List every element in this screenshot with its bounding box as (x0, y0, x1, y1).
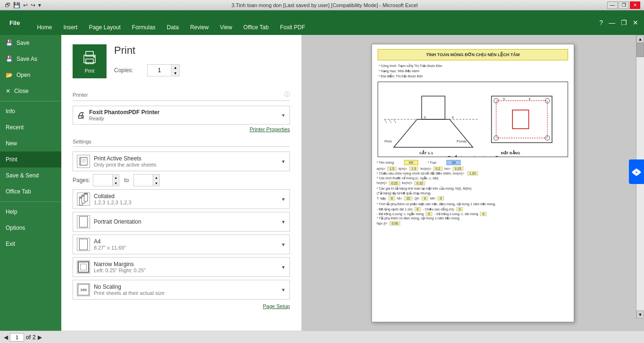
print-icon-button[interactable]: Print (73, 44, 107, 78)
printer-properties-link[interactable]: Printer Properties (73, 126, 290, 132)
sidebar-label-new: New (6, 140, 17, 147)
window-title: 3.Tinh toan mong don [Last saved by user… (42, 2, 607, 8)
dropbox-button[interactable] (629, 159, 644, 184)
pages-to-input[interactable] (134, 175, 153, 186)
svg-line-12 (384, 119, 387, 123)
sidebar-label-officetab: Office Tab (6, 188, 31, 195)
customize-btn[interactable]: ▾ (37, 1, 42, 9)
pages-to-up[interactable]: ▲ (153, 175, 159, 180)
redo-btn[interactable]: ↪ (30, 1, 36, 9)
tab-foxit-pdf[interactable]: Foxit PDF (274, 21, 311, 35)
help-icon[interactable]: ? (597, 18, 605, 27)
sidebar-item-help[interactable]: Help (0, 204, 61, 220)
scroll-up-btn[interactable]: ▲ (636, 35, 644, 43)
paper-setting[interactable]: A4 8.27" x 11.69" ▼ (73, 234, 290, 254)
copies-down-arrow[interactable]: ▼ (172, 70, 179, 76)
orientation-icon (77, 215, 90, 228)
save-quick-btn[interactable]: 💾 (12, 1, 21, 9)
next-page-btn[interactable]: ▶ (38, 334, 42, 341)
scaling-main: No Scaling (94, 284, 277, 290)
pages-from-down[interactable]: ▼ (113, 180, 119, 186)
current-page-input[interactable] (10, 333, 24, 342)
svg-text:CẮT 1-1: CẮT 1-1 (419, 150, 433, 155)
open-icon: 📂 (6, 72, 13, 78)
printer-icon: 🖨 (77, 110, 85, 120)
orientation-setting[interactable]: Portrait Orientation ▼ (73, 212, 290, 232)
ribbon-restore-icon[interactable]: ❐ (619, 18, 629, 27)
ribbon-close-icon[interactable]: ✕ (631, 18, 640, 27)
bc-val: 0.22 (414, 181, 426, 185)
margins-sub: Left: 0.25" Right: 0.25" (94, 268, 277, 273)
tab-formulas[interactable]: Formulas (126, 21, 161, 35)
orientation-main: Portrait Orientation (94, 218, 277, 225)
sidebar-label-info: Info (6, 108, 15, 115)
ribbon-minimize-icon[interactable]: — (607, 18, 617, 27)
margins-icon (77, 260, 90, 274)
tab-home[interactable]: Home (31, 21, 58, 35)
prev-page-btn[interactable]: ◀ (4, 334, 8, 341)
copies-number-input[interactable] (148, 66, 171, 75)
sidebar-item-print[interactable]: Print (0, 151, 61, 167)
close-btn[interactable]: ✕ (630, 1, 640, 9)
info-icon[interactable]: ⓘ (284, 91, 290, 99)
scroll-thumb[interactable] (636, 43, 644, 57)
maximize-btn[interactable]: ❐ (619, 1, 629, 9)
pages-from-up[interactable]: ▲ (113, 175, 119, 180)
tab-insert[interactable]: Insert (58, 21, 83, 35)
sidebar-item-new[interactable]: New (0, 135, 61, 151)
total-pages: 2 (33, 334, 36, 341)
copies-up-arrow[interactable]: ▲ (172, 65, 179, 70)
sidebar-item-recent[interactable]: Recent (0, 119, 61, 135)
sidebar-item-exit[interactable]: Exit (0, 236, 61, 252)
active-sheets-text: Print Active Sheets Only print the activ… (94, 155, 277, 167)
scaling-setting[interactable]: 100 No Scaling Print sheets at their act… (73, 280, 290, 300)
mt-val: 0 (438, 196, 444, 201)
sidebar-item-savesend[interactable]: Save & Send (0, 167, 61, 184)
sidebar-item-officetab[interactable]: Office Tab (0, 184, 61, 200)
tab-office-tab[interactable]: Office Tab (238, 21, 274, 35)
scroll-down-btn[interactable]: ▼ (636, 310, 644, 318)
sidebar-item-saveas[interactable]: 💾 Save As (0, 51, 61, 67)
bc-label: bc(m)= (402, 181, 413, 185)
sidebar: 💾 Save 💾 Save As 📂 Open ✕ Close Info Rec… (0, 35, 61, 331)
tab-review[interactable]: Review (184, 21, 214, 35)
scaling-icon: 100 (77, 283, 90, 296)
divider-2 (0, 201, 61, 202)
paper-icon (77, 238, 90, 251)
sidebar-item-info[interactable]: Info (0, 103, 61, 119)
file-tab[interactable]: File (0, 10, 29, 35)
hc-val: 0.22 (389, 181, 400, 185)
calc-label: * Tính tải phụ thêm có phần diện sân nền… (377, 202, 569, 206)
ribbon-tabs: Home Insert Page Layout Formulas Data Re… (29, 10, 313, 35)
loads-sub: (Tải trọng lấy từ kết quả chạy khung) (377, 192, 569, 195)
margins-setting[interactable]: Narrow Margins Left: 0.25" Right: 0.25" … (73, 257, 290, 277)
page-setup-link[interactable]: Page Setup (73, 303, 290, 309)
sidebar-item-close[interactable]: ✕ Close (0, 83, 61, 99)
collated-arrow: ▼ (281, 197, 286, 202)
printer-section-header: Printer ⓘ (73, 91, 290, 101)
tab-data[interactable]: Data (161, 21, 184, 35)
dim-a-val: 1.5 (387, 167, 396, 171)
undo-btn[interactable]: ↩ (22, 1, 29, 9)
collated-icon (77, 192, 90, 206)
location-label: * Địa điểm: Thị trấn Buôn Đôn (379, 74, 567, 79)
ribbon-right: ? — ❐ ✕ (597, 10, 644, 35)
page-project-info: * Công trình: Trạm xử lý Thị Trấn Buôn Đ… (372, 63, 574, 79)
active-sheets-setting[interactable]: Print Active Sheets Only print the activ… (73, 151, 290, 171)
sidebar-item-options[interactable]: Options (0, 220, 61, 236)
settings-section-header: Settings (73, 139, 290, 147)
sidebar-label-options: Options (6, 225, 25, 231)
printer-selector[interactable]: 🖨 Foxit PhantomPDF Printer Ready ▼ (73, 106, 290, 125)
tab-page-layout[interactable]: Page Layout (83, 21, 126, 35)
pages-to-down[interactable]: ▼ (153, 180, 159, 186)
sidebar-item-save[interactable]: 💾 Save (0, 35, 61, 51)
sidebar-item-open[interactable]: 📂 Open (0, 67, 61, 83)
close-icon: ✕ (6, 88, 10, 94)
minimize-btn[interactable]: — (607, 1, 618, 9)
dim-hci-val: 0.2 (433, 167, 443, 171)
tab-view[interactable]: View (215, 21, 238, 35)
collated-setting[interactable]: Collated 1,2,3 1,2,3 1,2,3 ▼ (73, 189, 290, 209)
printer-name: Foxit PhantomPDF Printer (89, 109, 277, 116)
pages-from-input[interactable] (93, 175, 112, 186)
foundation-name-value: M2 (404, 160, 418, 165)
